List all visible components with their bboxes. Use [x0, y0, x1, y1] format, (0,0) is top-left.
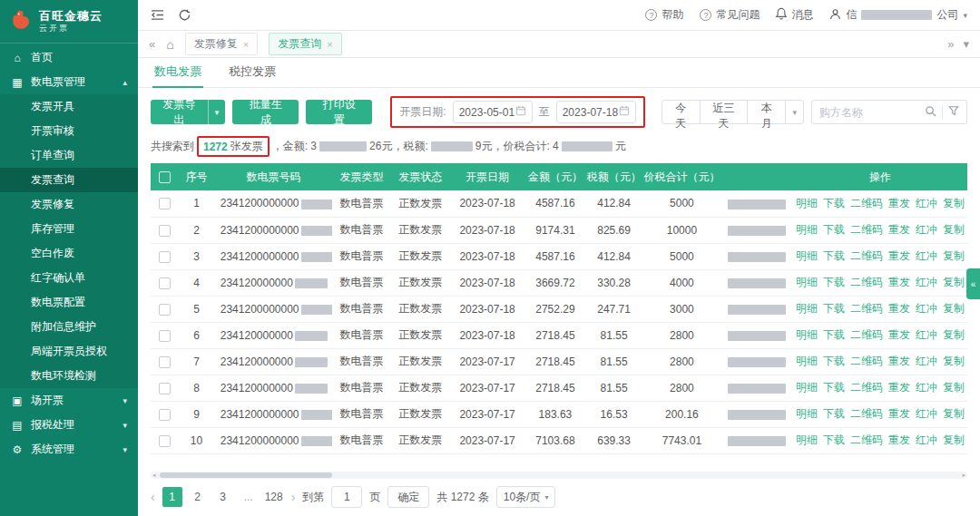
sidebar-item-0[interactable]: ⌂首页 [0, 45, 138, 70]
op-download-link[interactable]: 下载 [823, 223, 845, 236]
buyer-search-input[interactable] [819, 106, 919, 119]
quick-range-dropdown[interactable]: ▾ [785, 100, 804, 124]
op-resend-link[interactable]: 重发 [888, 302, 910, 315]
close-icon[interactable]: × [243, 39, 249, 50]
sidebar-subitem-1-8[interactable]: 数电票配置 [0, 290, 138, 315]
op-qrcode-link[interactable]: 二维码 [850, 302, 883, 315]
sidebar-subitem-1-3[interactable]: 发票查询 [0, 168, 138, 192]
date-start-input[interactable]: 2023-05-01 [453, 101, 533, 123]
op-red-reverse-link[interactable]: 红冲 [916, 381, 937, 394]
op-resend-link[interactable]: 重发 [888, 223, 910, 236]
row-checkbox[interactable] [159, 409, 171, 421]
op-resend-link[interactable]: 重发 [888, 328, 910, 341]
sidebar-subitem-1-6[interactable]: 空白作废 [0, 241, 138, 266]
page-size-select[interactable]: 10条/页 ▾ [496, 486, 556, 508]
date-end-input[interactable]: 2023-07-18 [556, 101, 636, 123]
sidebar-subitem-1-11[interactable]: 数电环境检测 [0, 364, 138, 388]
row-checkbox[interactable] [159, 225, 171, 237]
op-copy-link[interactable]: 复制 [943, 355, 965, 367]
messages-link[interactable]: 消息 [776, 7, 813, 23]
account-menu[interactable]: 信 公司 ▾ [829, 7, 967, 23]
op-download-link[interactable]: 下载 [823, 197, 845, 209]
next-page-icon[interactable]: › [291, 491, 296, 503]
op-download-link[interactable]: 下载 [823, 302, 845, 315]
op-red-reverse-link[interactable]: 红冲 [916, 433, 937, 446]
op-copy-link[interactable]: 复制 [943, 223, 965, 236]
goto-confirm-button[interactable]: 确定 [387, 486, 429, 508]
op-qrcode-link[interactable]: 二维码 [850, 407, 883, 420]
sidebar-subitem-1-10[interactable]: 局端开票员授权 [0, 339, 138, 364]
op-qrcode-link[interactable]: 二维码 [850, 223, 883, 236]
page-tab-invoice-query[interactable]: 发票查询 × [269, 33, 341, 55]
op-red-reverse-link[interactable]: 红冲 [916, 197, 937, 209]
invoice-export-button[interactable]: 发票导出 ▾ [151, 100, 225, 124]
op-download-link[interactable]: 下载 [823, 328, 845, 341]
op-detail-link[interactable]: 明细 [796, 249, 818, 262]
op-copy-link[interactable]: 复制 [943, 407, 965, 420]
filter-icon[interactable] [948, 105, 959, 119]
collapse-sidebar-icon[interactable] [151, 9, 164, 21]
op-qrcode-link[interactable]: 二维码 [850, 197, 883, 209]
row-checkbox[interactable] [159, 435, 171, 447]
page-button-2[interactable]: 2 [188, 487, 208, 507]
page-button-3[interactable]: 3 [213, 487, 233, 507]
op-download-link[interactable]: 下载 [823, 407, 845, 420]
row-checkbox[interactable] [159, 277, 171, 289]
op-qrcode-link[interactable]: 二维码 [850, 328, 883, 341]
row-checkbox[interactable] [159, 383, 171, 394]
op-detail-link[interactable]: 明细 [796, 328, 818, 341]
op-resend-link[interactable]: 重发 [888, 276, 910, 288]
sidebar-item-1[interactable]: ▦数电票管理▴ [0, 70, 138, 94]
quick-today-button[interactable]: 今天 [662, 100, 701, 124]
goto-page-input[interactable] [331, 486, 362, 508]
op-copy-link[interactable]: 复制 [943, 302, 965, 315]
op-resend-link[interactable]: 重发 [888, 197, 910, 209]
op-qrcode-link[interactable]: 二维码 [850, 276, 883, 288]
op-download-link[interactable]: 下载 [823, 381, 845, 394]
op-detail-link[interactable]: 明细 [796, 302, 818, 315]
sidebar-item-4[interactable]: ⚙系统管理▾ [0, 437, 138, 462]
op-download-link[interactable]: 下载 [823, 355, 845, 367]
op-detail-link[interactable]: 明细 [796, 355, 818, 367]
op-resend-link[interactable]: 重发 [888, 355, 910, 367]
sidebar-subitem-1-2[interactable]: 订单查询 [0, 143, 138, 168]
op-resend-link[interactable]: 重发 [888, 433, 910, 446]
help-link[interactable]: ? 帮助 [645, 7, 683, 23]
op-detail-link[interactable]: 明细 [796, 381, 818, 394]
select-all-checkbox[interactable] [159, 171, 171, 183]
tab-tax-control-invoice[interactable]: 税控发票 [227, 58, 278, 88]
close-icon[interactable]: × [327, 39, 332, 50]
op-qrcode-link[interactable]: 二维码 [850, 433, 883, 446]
tabs-scroll-left-icon[interactable]: « [149, 37, 155, 51]
op-download-link[interactable]: 下载 [823, 433, 845, 446]
row-checkbox[interactable] [159, 330, 171, 342]
home-tab-icon[interactable]: ⌂ [166, 37, 173, 52]
op-detail-link[interactable]: 明细 [796, 433, 818, 446]
sidebar-item-2[interactable]: ▣场开票▾ [0, 388, 138, 413]
horizontal-scrollbar[interactable]: ◂ ▸ [151, 472, 967, 479]
sidebar-subitem-1-4[interactable]: 发票修复 [0, 192, 138, 217]
search-icon[interactable] [925, 105, 936, 120]
op-qrcode-link[interactable]: 二维码 [850, 249, 883, 262]
op-red-reverse-link[interactable]: 红冲 [916, 407, 937, 420]
op-download-link[interactable]: 下载 [823, 276, 845, 288]
op-red-reverse-link[interactable]: 红冲 [916, 328, 937, 341]
sidebar-subitem-1-5[interactable]: 库存管理 [0, 217, 138, 241]
print-settings-button[interactable]: 打印设置 [306, 100, 372, 124]
page-button-128[interactable]: 128 [264, 487, 284, 507]
sidebar-subitem-1-1[interactable]: 开票审核 [0, 119, 138, 143]
op-red-reverse-link[interactable]: 红冲 [916, 302, 937, 315]
op-copy-link[interactable]: 复制 [943, 381, 965, 394]
op-detail-link[interactable]: 明细 [796, 223, 818, 236]
op-red-reverse-link[interactable]: 红冲 [916, 276, 937, 288]
sidebar-subitem-1-0[interactable]: 发票开具 [0, 94, 138, 119]
op-red-reverse-link[interactable]: 红冲 [916, 249, 937, 262]
quick-month-button[interactable]: 本月 [747, 100, 786, 124]
op-red-reverse-link[interactable]: 红冲 [916, 223, 937, 236]
chevron-down-icon[interactable]: ▾ [208, 100, 226, 124]
op-download-link[interactable]: 下载 [823, 249, 845, 262]
batch-generate-button[interactable]: 批量生成 [232, 100, 299, 124]
op-resend-link[interactable]: 重发 [888, 381, 910, 394]
prev-page-icon[interactable]: ‹ [151, 491, 155, 503]
op-red-reverse-link[interactable]: 红冲 [916, 355, 937, 367]
